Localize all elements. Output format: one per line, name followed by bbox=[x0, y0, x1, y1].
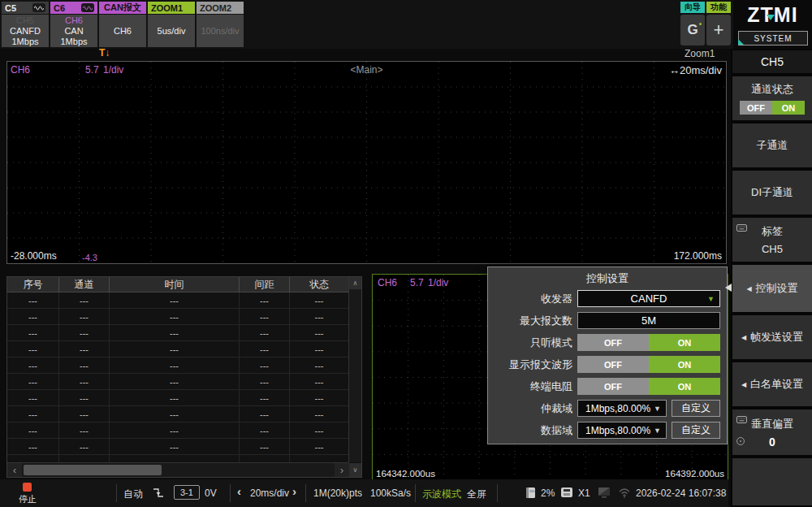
toggle-on[interactable]: ON bbox=[649, 334, 720, 351]
control-settings-button[interactable]: ◀ 控制设置 bbox=[732, 265, 812, 312]
function-button[interactable]: 功能 + bbox=[706, 2, 731, 46]
stop-icon bbox=[23, 483, 32, 492]
table-cell: --- bbox=[110, 390, 240, 405]
tab-c6[interactable]: C6 CH6 CAN 1Mbps bbox=[50, 2, 97, 47]
table-row[interactable]: --------------- bbox=[7, 439, 349, 455]
tab-zoom1[interactable]: ZOOM1 5us/div bbox=[148, 2, 195, 47]
main-waveform-area[interactable]: CH6 5.7 1/div <Main> ↔20ms/div -28.000ms… bbox=[6, 61, 727, 264]
label-panel[interactable]: 标签 CH5 bbox=[732, 218, 812, 262]
trigger-edge-icon[interactable] bbox=[153, 487, 166, 502]
system-button[interactable]: SYSTEM bbox=[738, 31, 808, 46]
timebase-decrease-icon[interactable]: ‹ bbox=[237, 484, 241, 498]
tab-can-message[interactable]: CAN报文 CH6 bbox=[99, 2, 146, 47]
tab-zoom2-timebase: 100ns/div bbox=[201, 26, 239, 37]
table-row[interactable]: --------------- bbox=[7, 406, 349, 422]
table-cell: --- bbox=[110, 341, 240, 357]
sine-wave-icon bbox=[81, 3, 94, 12]
tab-c6-bitrate: 1Mbps bbox=[60, 37, 87, 47]
table-cell: --- bbox=[110, 422, 240, 438]
table-cell: --- bbox=[7, 309, 59, 324]
scroll-right-icon[interactable]: › bbox=[335, 463, 349, 477]
table-cell: --- bbox=[110, 406, 240, 422]
table-row[interactable]: --------------- bbox=[7, 309, 349, 325]
fullscreen-button[interactable]: 全屏 bbox=[467, 488, 486, 501]
tab-c6-protocol: CAN bbox=[64, 26, 83, 37]
toggle-off[interactable]: OFF bbox=[577, 356, 649, 373]
table-cell: --- bbox=[7, 341, 59, 357]
trigger-mode[interactable]: 自动 bbox=[123, 488, 143, 501]
col-header-time: 时间 bbox=[110, 277, 240, 292]
data-field-custom-button[interactable]: 自定义 bbox=[672, 422, 720, 439]
tab-zoom2[interactable]: ZOOM2 100ns/div bbox=[197, 2, 244, 47]
toggle-on[interactable]: ON bbox=[772, 101, 805, 115]
show-frame-wave-toggle: OFF ON bbox=[577, 356, 720, 373]
horizontal-scroll-thumb[interactable] bbox=[24, 465, 162, 475]
sub-channel-button[interactable]: 子通道 bbox=[732, 124, 812, 167]
table-cell: --- bbox=[7, 439, 59, 454]
toggle-off[interactable]: OFF bbox=[577, 378, 649, 395]
vertical-scrollbar[interactable]: ∧ bbox=[348, 277, 361, 462]
toggle-off[interactable]: OFF bbox=[740, 101, 772, 115]
max-frames-label: 最大报文数 bbox=[495, 314, 572, 328]
table-cell: --- bbox=[240, 374, 290, 389]
tab-c5-channel: CH5 bbox=[16, 15, 34, 26]
transceiver-dropdown[interactable]: CANFD ▼ bbox=[577, 290, 720, 307]
status-bar: 停止 自动 3-1 0V ‹ 20ms/div › 1M(20k)pts 100… bbox=[0, 479, 728, 507]
col-header-gap: 间距 bbox=[240, 277, 290, 292]
table-row[interactable]: --------------- bbox=[7, 292, 349, 309]
zoom-per-div: 1/div bbox=[428, 277, 448, 288]
data-field-dropdown[interactable]: 1Mbps,80.00% ▼ bbox=[577, 422, 667, 439]
timebase-value[interactable]: 20ms/div bbox=[250, 488, 289, 499]
table-row[interactable]: --------------- bbox=[7, 374, 349, 390]
arbitration-custom-button[interactable]: 自定义 bbox=[672, 400, 720, 417]
channel-state-label: 通道状态 bbox=[751, 82, 793, 97]
trigger-level[interactable]: 0V bbox=[205, 488, 217, 499]
knob-icon bbox=[736, 437, 745, 445]
main-timebase-label: ↔20ms/div bbox=[669, 64, 722, 76]
tab-zoom1-timebase: 5us/div bbox=[158, 26, 186, 37]
chevron-left-icon: ◀ bbox=[746, 285, 751, 292]
table-row[interactable]: --------------- bbox=[7, 422, 349, 439]
scroll-down-icon[interactable]: ∨ bbox=[348, 463, 361, 477]
arbitration-dropdown[interactable]: 1Mbps,80.00% ▼ bbox=[577, 400, 667, 417]
table-cell: --- bbox=[59, 390, 110, 405]
scroll-up-icon[interactable]: ∧ bbox=[349, 277, 361, 289]
table-row[interactable]: --------------- bbox=[7, 341, 349, 358]
trigger-source[interactable]: 3-1 bbox=[174, 485, 200, 500]
timebase-increase-icon[interactable]: › bbox=[292, 484, 296, 498]
scope-mode-button[interactable]: 示波模式 bbox=[422, 488, 461, 501]
table-cell: --- bbox=[110, 358, 240, 373]
table-cell: --- bbox=[59, 325, 110, 340]
guide-button[interactable]: 向导 G bbox=[680, 2, 705, 46]
brand-panel: ZTMI SYSTEM bbox=[733, 0, 812, 49]
svg-text:115: 115 bbox=[529, 489, 535, 493]
vertical-offset-panel[interactable]: 垂直偏置 0 bbox=[732, 410, 812, 455]
scroll-left-icon[interactable]: ‹ bbox=[7, 463, 22, 477]
frame-send-settings-button[interactable]: ◀ 帧发送设置 bbox=[732, 315, 812, 359]
table-cell: --- bbox=[110, 309, 240, 324]
table-row[interactable]: --------------- bbox=[7, 358, 349, 374]
toggle-on[interactable]: ON bbox=[649, 378, 720, 395]
main-time-right: 172.000ms bbox=[674, 250, 722, 262]
keyboard-icon bbox=[736, 414, 747, 426]
stop-label: 停止 bbox=[10, 493, 45, 505]
whitelist-settings-button[interactable]: ◀ 白名单设置 bbox=[732, 362, 812, 406]
toggle-on[interactable]: ON bbox=[649, 356, 720, 373]
table-row[interactable]: --------------- bbox=[7, 325, 349, 341]
table-cell: --- bbox=[290, 358, 349, 373]
max-frames-input[interactable]: 5M bbox=[577, 312, 720, 329]
trigger-position-marker[interactable]: T↓ bbox=[99, 47, 110, 58]
sine-wave-icon bbox=[32, 3, 45, 12]
toggle-off[interactable]: OFF bbox=[577, 334, 649, 351]
function-label: 功能 bbox=[706, 2, 731, 13]
display-multiplier: X1 bbox=[578, 488, 590, 499]
di-sub-channel-button[interactable]: DI子通道 bbox=[732, 171, 812, 214]
table-cell: --- bbox=[290, 325, 349, 340]
table-cell: --- bbox=[59, 358, 110, 373]
channel-state-panel[interactable]: 通道状态 OFF ON bbox=[732, 76, 812, 120]
monitor-icon bbox=[598, 487, 611, 501]
tab-c5[interactable]: C5 CH5 CANFD 1Mbps bbox=[2, 2, 49, 47]
control-settings-dialog: 控制设置 收发器 CANFD ▼ 最大报文数 5M 只听模式 OFF ON 显示… bbox=[487, 266, 728, 444]
horizontal-scrollbar[interactable]: ‹ › bbox=[7, 462, 349, 477]
table-row[interactable]: --------------- bbox=[7, 390, 349, 406]
